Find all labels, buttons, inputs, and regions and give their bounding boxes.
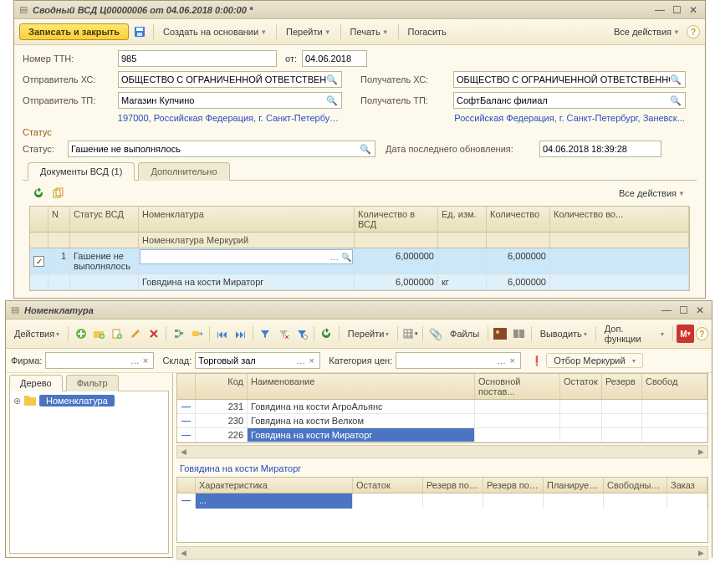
redeem-button[interactable]: Погасить [403, 24, 452, 39]
table-row[interactable]: ✓ 1 Гашение не выполнялось … 🔍 6,000000 … [30, 248, 689, 274]
help-icon[interactable]: ? [696, 327, 708, 340]
save-icon[interactable] [130, 23, 149, 41]
col-char[interactable]: Характеристика [196, 478, 353, 493]
refresh-icon[interactable] [318, 325, 335, 343]
row-checkbox[interactable]: ✓ [33, 256, 44, 267]
scroll-left-icon[interactable]: ◀ [177, 446, 190, 458]
choose-icon[interactable]: … [295, 355, 306, 366]
h-scrollbar[interactable]: ◀▶ [176, 445, 708, 458]
tree-root[interactable]: Номенклатура [39, 395, 115, 406]
nav-first-icon[interactable]: ⏮ [213, 325, 231, 343]
col-status[interactable]: Статус ВСД [70, 207, 139, 232]
sklad-input[interactable]: …× [195, 352, 320, 369]
lookup-icon[interactable]: 🔍 [326, 74, 339, 85]
pricecat-input[interactable]: …× [396, 352, 521, 369]
tab-extra[interactable]: Дополнительно [138, 162, 229, 181]
all-actions-menu[interactable]: Все действия▼ [609, 24, 685, 39]
hierarchy-icon[interactable] [170, 325, 187, 343]
image-icon[interactable] [492, 325, 509, 343]
edit-icon[interactable] [127, 325, 145, 343]
col-qty[interactable]: Количество [487, 207, 550, 232]
delete-mark-icon[interactable] [146, 325, 163, 343]
col-res2[interactable]: Резерв по ... [483, 478, 544, 493]
lookup-icon[interactable]: 🔍 [326, 95, 339, 106]
scroll-right-icon[interactable]: ▶ [695, 446, 707, 458]
col-code[interactable]: Код [196, 374, 248, 399]
ttn-input[interactable] [118, 50, 277, 67]
filter-icon[interactable] [257, 325, 274, 343]
lookup-icon[interactable]: 🔍 [670, 95, 682, 106]
barcode-icon[interactable] [510, 325, 528, 343]
filter-edit-icon[interactable] [293, 325, 310, 343]
output-menu[interactable]: Выводить▾ [535, 326, 592, 341]
attach-icon[interactable]: 📎 [426, 325, 444, 343]
status-input[interactable]: 🔍 [68, 141, 375, 157]
scroll-left-icon[interactable]: ◀ [177, 547, 190, 559]
filter-clear-icon[interactable] [274, 325, 292, 343]
refresh-icon[interactable] [29, 184, 48, 202]
col-free[interactable]: Свобод [642, 374, 707, 399]
table-row[interactable]: — ... [177, 493, 707, 509]
close-button[interactable]: ✕ [685, 3, 702, 17]
choose-icon[interactable]: … [496, 355, 507, 366]
minimize-button[interactable]: — [658, 304, 675, 317]
receiver-xs-input[interactable]: 🔍 [453, 71, 686, 88]
tree[interactable]: ⊕ Номенклатура [9, 391, 169, 554]
maximize-button[interactable]: ☐ [675, 304, 692, 317]
tab-vsd-docs[interactable]: Документы ВСД (1) [28, 162, 135, 181]
lookup-icon[interactable]: 🔍 [340, 253, 352, 262]
sender-address-link[interactable]: 197000, Российская Федерация, г. Санкт-П… [118, 113, 344, 123]
goto-menu[interactable]: Перейти▼ [281, 24, 336, 39]
lookup-icon[interactable]: 🔍 [670, 74, 682, 85]
col-reserve[interactable]: Резерв [602, 374, 642, 399]
add-folder-icon[interactable] [90, 325, 108, 343]
clear-icon[interactable]: × [140, 355, 151, 366]
col-supplier[interactable]: Основной постав... [475, 374, 560, 399]
choose-icon[interactable]: … [329, 253, 340, 262]
copy-icon[interactable] [49, 184, 68, 202]
col-nomen-merc[interactable]: Номенклатура Меркурий [139, 233, 355, 248]
col-qty-ret[interactable]: Количество во... [550, 207, 689, 232]
firm-input[interactable]: …× [45, 352, 154, 369]
close-button[interactable]: ✕ [692, 304, 708, 317]
sender-tp-input[interactable]: 🔍 [118, 92, 342, 109]
goto-menu2[interactable]: Перейти▾ [343, 326, 395, 341]
grid-all-actions-menu[interactable]: Все действия▼ [614, 186, 690, 201]
m-icon[interactable]: M▾ [677, 325, 694, 343]
list-item[interactable]: — 226 Говядина на кости Мираторг [177, 428, 707, 442]
h-scrollbar[interactable]: ◀▶ [176, 546, 708, 560]
help-icon[interactable]: ? [687, 25, 700, 38]
nav-last-icon[interactable]: ⏭ [232, 325, 249, 343]
choose-icon[interactable]: … [130, 355, 140, 366]
tab-filter[interactable]: Фильтр [66, 375, 119, 391]
add-icon[interactable] [72, 325, 89, 343]
tab-tree[interactable]: Дерево [9, 375, 63, 391]
files-menu[interactable]: Файлы [445, 326, 484, 341]
col-stock[interactable]: Остаток [560, 374, 602, 399]
copy-icon[interactable] [109, 325, 126, 343]
from-date-input[interactable] [302, 50, 367, 67]
col-nomen[interactable]: Номенклатура [139, 207, 355, 232]
col-qty-vsd[interactable]: Количество в ВСД [355, 207, 438, 232]
clear-icon[interactable]: × [507, 355, 518, 366]
col-n[interactable]: N [49, 207, 70, 232]
list-item[interactable]: — 231 Говядина на кости АгроАльянс [177, 400, 707, 414]
grid-icon[interactable]: ▾ [401, 325, 419, 343]
merc-filter-button[interactable]: Отбор Меркурий▾ [546, 353, 642, 368]
move-icon[interactable] [188, 325, 206, 343]
col-free3[interactable]: Свободный... [604, 478, 667, 493]
list-item[interactable]: — 230 Говядина на кости Велком [177, 414, 707, 428]
scroll-right-icon[interactable]: ▶ [695, 547, 707, 559]
col-name[interactable]: Наименование [248, 374, 475, 399]
maximize-button[interactable]: ☐ [668, 3, 685, 17]
table-row[interactable]: Говядина на кости Мираторг 6,000000 кг 6… [30, 274, 689, 290]
cell-nomen-input[interactable]: … 🔍 [140, 249, 353, 264]
lastupd-input[interactable] [539, 141, 661, 157]
print-menu[interactable]: Печать▼ [345, 24, 394, 39]
col-stock3[interactable]: Остаток [353, 478, 423, 493]
expand-icon[interactable]: ⊕ [13, 396, 21, 406]
lookup-icon[interactable]: 🔍 [360, 144, 372, 155]
clear-icon[interactable]: × [306, 355, 317, 366]
col-unit[interactable]: Ед. изм. [438, 207, 487, 232]
sender-xs-input[interactable]: 🔍 [118, 71, 342, 88]
